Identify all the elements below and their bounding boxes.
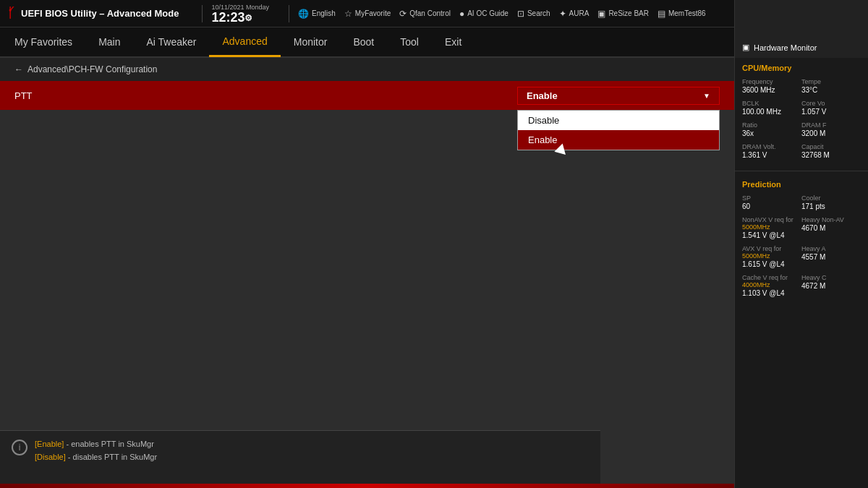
nav-exit[interactable]: Exit — [432, 27, 475, 57]
divider — [202, 5, 203, 22]
hw-value-ratio: 36x — [742, 129, 801, 137]
nav-main-label: Main — [98, 36, 120, 48]
hw-value-sp: 60 — [742, 202, 801, 210]
hw-col-heavynonavx: Heavy Non-AV 4670 M — [801, 216, 861, 239]
cpu-memory-section: CPU/Memory Frequency 3600 MHz Tempe 33°C… — [735, 58, 868, 168]
ptt-value-dropdown[interactable]: Enable ▼ — [517, 87, 720, 105]
toolbar-aura[interactable]: ✦ AURA — [559, 9, 590, 19]
toolbar-memtest-label: MemTest86 — [668, 9, 706, 17]
toolbar-qfan[interactable]: ⟳ Qfan Control — [399, 9, 451, 19]
hw-row-ratio: Ratio 36x DRAM F 3200 M — [742, 121, 861, 137]
cpu-memory-title: CPU/Memory — [742, 64, 861, 72]
time-display: 12:23⚙ — [211, 11, 269, 24]
hw-col-sp: SP 60 — [742, 194, 801, 210]
hw-value-capacity: 32768 M — [801, 151, 861, 159]
nav-tool-label: Tool — [400, 36, 419, 48]
hw-label-temp: Tempe — [801, 78, 861, 85]
hw-label-avx: AVX V req for 5000MHz — [742, 245, 801, 260]
breadcrumb-path: Advanced\PCH-FW Configuration — [27, 64, 157, 74]
hw-col-heavyavx: Heavy A 4557 M — [801, 245, 861, 268]
ptt-setting-row: PTT Enable ▼ — [0, 81, 734, 110]
info-bar: i [Enable] - enables PTT in SkuMgr [Disa… — [0, 430, 600, 488]
hw-row-cache: Cache V req for 4000MHz 1.103 V @L4 Heav… — [742, 274, 861, 297]
toolbar-myfavorite[interactable]: ☆ MyFavorite — [344, 9, 391, 19]
hw-col-ratio: Ratio 36x — [742, 121, 801, 137]
hw-value-cooler: 171 pts — [801, 202, 861, 210]
hw-monitor-title: Hardware Monitor — [754, 43, 817, 52]
hw-label-nonavx: NonAVX V req for 5000MHz — [742, 216, 801, 231]
rog-logo-icon: ᚶ — [7, 6, 15, 21]
hw-label-bclk: BCLK — [742, 100, 801, 107]
hw-value-heavycache: 4672 M — [801, 282, 861, 290]
hw-row-bclk: BCLK 100.00 MHz Core Vo 1.057 V — [742, 100, 861, 116]
toolbar-qfan-label: Qfan Control — [409, 9, 451, 17]
hw-label-corevolt: Core Vo — [801, 100, 861, 107]
breadcrumb: ← Advanced\PCH-FW Configuration — [0, 58, 734, 81]
favorite-icon: ☆ — [344, 9, 352, 19]
toolbar-myfavorite-label: MyFavorite — [355, 9, 391, 17]
nav-monitor-label: Monitor — [294, 36, 328, 48]
hw-label-heavynonavx: Heavy Non-AV — [801, 216, 861, 223]
hw-col-avx: AVX V req for 5000MHz 1.615 V @L4 — [742, 245, 801, 268]
hardware-monitor-panel: ▣ Hardware Monitor CPU/Memory Frequency … — [734, 0, 868, 488]
ptt-dropdown-menu: Disable Enable — [517, 110, 720, 150]
hw-value-temp: 33°C — [801, 86, 861, 94]
hw-value-bclk: 100.00 MHz — [742, 108, 801, 116]
hw-label-capacity: Capacit — [801, 143, 861, 150]
hw-row-freq: Frequency 3600 MHz Tempe 33°C — [742, 78, 861, 94]
hw-label-heavycache: Heavy C — [801, 274, 861, 281]
info-line-2-text: - disables PTT in SkuMgr — [68, 453, 157, 461]
dropdown-disable-label: Disable — [528, 115, 559, 126]
prediction-title: Prediction — [742, 180, 861, 189]
toolbar-english[interactable]: 🌐 English — [298, 9, 336, 19]
nav-my-favorites-label: My Favorites — [14, 36, 72, 48]
nav-monitor[interactable]: Monitor — [281, 27, 341, 57]
content-area: PTT Enable ▼ Disable Enable — [0, 81, 734, 488]
hw-row-sp: SP 60 Cooler 171 pts — [742, 194, 861, 210]
hw-label-dramvolt: DRAM Volt. — [742, 143, 801, 150]
toolbar-resizebar-label: ReSize BAR — [608, 9, 649, 17]
hw-col-dramfreq: DRAM F 3200 M — [801, 121, 861, 137]
dropdown-arrow-icon: ▼ — [703, 92, 710, 100]
toolbar-memtest[interactable]: ▤ MemTest86 — [658, 9, 706, 19]
info-text: [Enable] - enables PTT in SkuMgr [Disabl… — [35, 438, 157, 463]
hw-col-heavycache: Heavy C 4672 M — [801, 274, 861, 297]
toolbar-aioc[interactable]: ● AI OC Guide — [459, 9, 509, 19]
hw-col-nonavx: NonAVX V req for 5000MHz 1.541 V @L4 — [742, 216, 801, 239]
ptt-current-value: Enable — [527, 90, 558, 101]
toolbar-aioc-label: AI OC Guide — [467, 9, 509, 17]
toolbar-english-label: English — [312, 9, 336, 17]
search-icon: ⊡ — [517, 9, 524, 19]
dropdown-option-disable[interactable]: Disable — [518, 111, 719, 130]
info-icon: i — [12, 440, 27, 455]
nav-ai-tweaker[interactable]: Ai Tweaker — [133, 27, 209, 57]
hw-value-nonavx: 1.541 V @L4 — [742, 231, 801, 239]
toolbar-search-label: Search — [527, 9, 550, 17]
info-line-1-text: - enables PTT in SkuMgr — [66, 440, 153, 448]
toolbar-search[interactable]: ⊡ Search — [517, 9, 550, 19]
aura-icon: ✦ — [559, 9, 566, 19]
nav-advanced-label: Advanced — [222, 35, 267, 47]
nav-tool[interactable]: Tool — [387, 27, 432, 57]
nav-main[interactable]: Main — [85, 27, 133, 57]
hw-col-dramvolt: DRAM Volt. 1.361 V — [742, 143, 801, 159]
fan-icon: ⟳ — [399, 9, 407, 19]
hw-row-nonavx: NonAVX V req for 5000MHz 1.541 V @L4 Hea… — [742, 216, 861, 239]
red-accent-bottom — [0, 484, 734, 488]
hw-value-corevolt: 1.057 V — [801, 108, 861, 116]
hw-divider — [735, 171, 868, 171]
nav-advanced[interactable]: Advanced — [209, 27, 280, 57]
dropdown-option-enable[interactable]: Enable — [518, 130, 719, 150]
nav-my-favorites[interactable]: My Favorites — [14, 27, 85, 57]
hw-row-avx: AVX V req for 5000MHz 1.615 V @L4 Heavy … — [742, 245, 861, 268]
hw-value-dramvolt: 1.361 V — [742, 151, 801, 159]
breadcrumb-arrow-icon: ← — [14, 64, 23, 74]
hw-value-heavyavx: 4557 M — [801, 253, 861, 261]
hw-monitor-icon: ▣ — [742, 43, 749, 52]
hw-value-freq: 3600 MHz — [742, 86, 801, 94]
hw-col-freq: Frequency 3600 MHz — [742, 78, 801, 94]
toolbar-resizebar[interactable]: ▣ ReSize BAR — [597, 9, 649, 19]
nav-boot[interactable]: Boot — [340, 27, 387, 57]
prediction-section: Prediction SP 60 Cooler 171 pts NonAVX V… — [735, 174, 868, 306]
hw-col-capacity: Capacit 32768 M — [801, 143, 861, 159]
